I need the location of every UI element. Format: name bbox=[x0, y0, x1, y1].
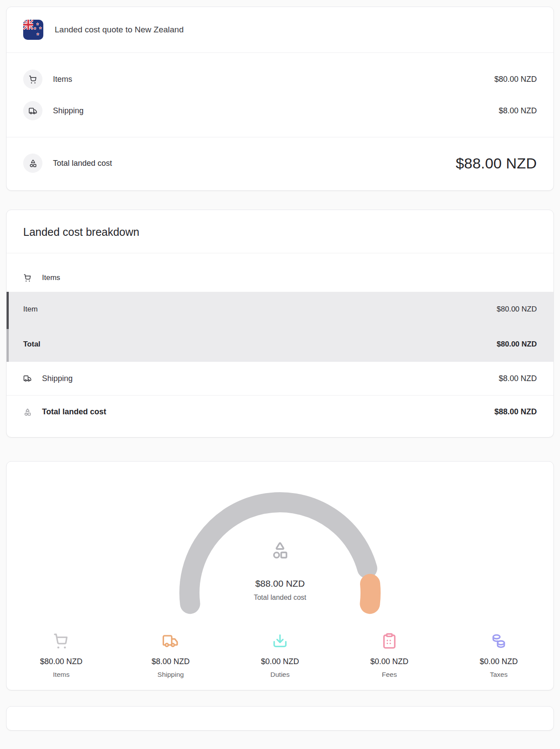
legend-fees-amount: $0.00 NZD bbox=[370, 657, 408, 666]
legend-taxes-amount: $0.00 NZD bbox=[480, 657, 518, 666]
items-amount: $80.00 NZD bbox=[494, 75, 537, 84]
legend-duties-label: Duties bbox=[270, 671, 290, 679]
item-row: Item $80.00 NZD bbox=[7, 292, 553, 327]
item-amount: $80.00 NZD bbox=[497, 305, 537, 314]
shipping-label: Shipping bbox=[53, 106, 84, 116]
breakdown-items-section: Items bbox=[7, 253, 553, 282]
quote-header: Landed cost quote to New Zealand bbox=[7, 7, 553, 53]
shapes-icon bbox=[270, 540, 290, 560]
legend-item-duties: $0.00 NZD Duties bbox=[225, 632, 335, 679]
total-label: Total landed cost bbox=[53, 159, 112, 168]
legend-item-taxes: $0.00 NZD Taxes bbox=[444, 632, 553, 679]
breakdown-shipping-label: Shipping bbox=[42, 374, 73, 383]
truck-icon bbox=[162, 632, 179, 650]
legend-fees-label: Fees bbox=[382, 671, 397, 679]
items-detail-table[interactable]: Item $80.00 NZD Total $80.00 NZD bbox=[7, 292, 553, 362]
items-label: Items bbox=[53, 75, 72, 84]
shipping-amount: $8.00 NZD bbox=[499, 106, 537, 116]
breakdown-total-row: Total landed cost $88.00 NZD bbox=[7, 395, 553, 437]
breakdown-total-label: Total landed cost bbox=[42, 407, 106, 416]
breakdown-title: Landed cost breakdown bbox=[7, 210, 553, 253]
legend-duties-amount: $0.00 NZD bbox=[261, 657, 299, 666]
new-zealand-flag-icon bbox=[23, 20, 43, 40]
legend-items-amount: $80.00 NZD bbox=[40, 657, 82, 666]
items-total-row: Total $80.00 NZD bbox=[7, 327, 553, 362]
total-amount: $88.00 NZD bbox=[456, 155, 537, 172]
quote-title: Landed cost quote to New Zealand bbox=[55, 25, 184, 35]
items-total-amount: $80.00 NZD bbox=[497, 340, 537, 349]
scrollbar-track bbox=[7, 329, 9, 362]
cart-icon bbox=[23, 70, 42, 89]
total-landed-cost-row: Total landed cost $88.00 NZD bbox=[7, 137, 553, 190]
breakdown-total-amount: $88.00 NZD bbox=[494, 407, 537, 416]
item-label: Item bbox=[23, 305, 38, 314]
quote-rows: Items $80.00 NZD Shipping $8.00 NZD bbox=[7, 53, 553, 137]
legend-shipping-amount: $8.00 NZD bbox=[151, 657, 189, 666]
legend-taxes-label: Taxes bbox=[490, 671, 508, 679]
cost-legend: $80.00 NZD Items $8.00 NZD Shipping $0.0… bbox=[7, 632, 553, 679]
cart-icon bbox=[52, 632, 70, 650]
legend-shipping-label: Shipping bbox=[158, 671, 184, 679]
scrollbar-thumb[interactable] bbox=[7, 292, 9, 329]
truck-icon bbox=[23, 374, 32, 383]
landed-cost-page: Landed cost quote to New Zealand Items $… bbox=[0, 0, 560, 731]
landed-cost-gauge: $88.00 NZD Total landed cost bbox=[166, 483, 394, 615]
next-card-partial bbox=[6, 706, 554, 731]
truck-icon bbox=[23, 101, 42, 120]
gauge-total-label: Total landed cost bbox=[254, 594, 306, 602]
clipboard-icon bbox=[381, 632, 398, 650]
legend-item-items: $80.00 NZD Items bbox=[7, 632, 116, 679]
legend-items-label: Items bbox=[53, 671, 70, 679]
gauge-total-value: $88.00 NZD bbox=[255, 578, 304, 589]
breakdown-shipping-amount: $8.00 NZD bbox=[499, 374, 537, 383]
breakdown-shipping-row: Shipping $8.00 NZD bbox=[7, 362, 553, 395]
legend-item-shipping: $8.00 NZD Shipping bbox=[116, 632, 225, 679]
shipping-row: Shipping $8.00 NZD bbox=[23, 95, 537, 126]
download-tray-icon bbox=[271, 632, 289, 650]
items-row: Items $80.00 NZD bbox=[23, 63, 537, 95]
shapes-icon bbox=[23, 408, 32, 416]
items-total-label: Total bbox=[23, 340, 40, 349]
gauge-center: $88.00 NZD Total landed cost bbox=[166, 540, 394, 602]
coins-icon bbox=[490, 632, 508, 650]
breakdown-items-label: Items bbox=[42, 273, 60, 282]
legend-item-fees: $0.00 NZD Fees bbox=[335, 632, 444, 679]
cart-icon bbox=[23, 273, 32, 282]
gauge-card: $88.00 NZD Total landed cost $80.00 NZD … bbox=[6, 461, 554, 690]
breakdown-card: Landed cost breakdown Items Item $80.00 … bbox=[6, 210, 554, 438]
quote-summary-card: Landed cost quote to New Zealand Items $… bbox=[6, 7, 554, 191]
shapes-icon bbox=[23, 154, 42, 173]
